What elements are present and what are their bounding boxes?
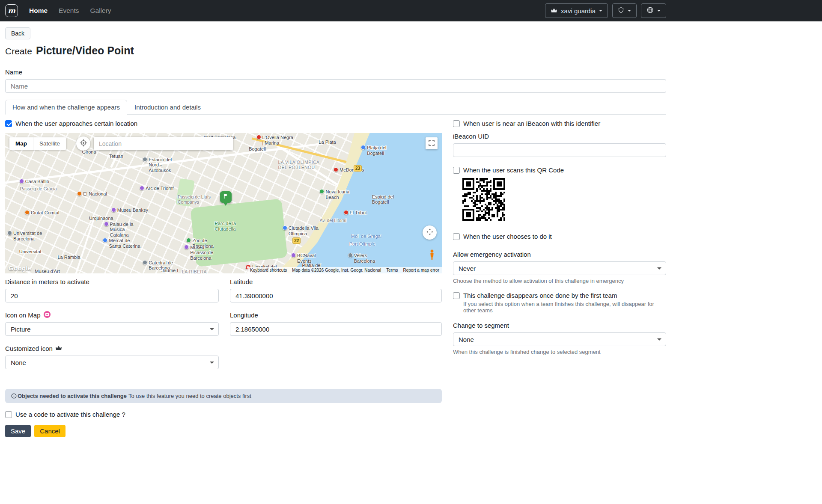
map-label: Arc de Triomf — [140, 186, 173, 191]
checkbox-box[interactable] — [453, 292, 460, 299]
map-label: 22 — [292, 237, 301, 244]
nav-link-gallery[interactable]: Gallery — [90, 7, 111, 15]
longitude-input[interactable] — [230, 322, 442, 336]
map-label: Av. del Litoral — [319, 218, 346, 223]
map-search-input[interactable] — [94, 137, 233, 150]
ibeacon-uid-input[interactable] — [453, 143, 666, 157]
map-label: Jaume I — [161, 268, 178, 273]
globe-icon — [646, 6, 654, 15]
map-label: Casa Batlló — [19, 179, 49, 184]
map-label: Platja del Bogatell — [361, 145, 399, 156]
map-label: Velers Barcelona — [348, 253, 386, 264]
distance-input[interactable] — [5, 289, 219, 302]
map-type-button-map[interactable]: Map — [9, 137, 33, 150]
brand-letter: m — [8, 7, 15, 15]
map-label: Ciutadella Vila Olímpica — [283, 225, 320, 236]
checkbox-box[interactable] — [453, 120, 460, 127]
user-menu-button[interactable]: xavi guardia — [545, 3, 608, 18]
map-label: Universitat — [19, 249, 42, 255]
map-label: El Nacional — [77, 191, 107, 197]
language-menu-button[interactable] — [641, 3, 666, 18]
map-type-button-satellite[interactable]: Satellite — [33, 137, 66, 150]
info-icon — [11, 393, 17, 399]
pan-button[interactable] — [423, 225, 437, 240]
user-name: xavi guardia — [561, 7, 596, 15]
emergency-activation-select[interactable]: Never — [453, 261, 666, 275]
map-data-text: Map data ©2026 Google, Inst. Geogr. Naci… — [289, 267, 384, 273]
chevron-down-icon — [657, 10, 661, 13]
icon-on-map-select[interactable]: Picture — [5, 322, 219, 336]
checkbox-box[interactable] — [5, 411, 12, 418]
fullscreen-button[interactable] — [426, 137, 438, 149]
crown-icon — [55, 345, 62, 352]
qr-code-image — [461, 176, 507, 222]
map-label: Moll de Gregal — [351, 234, 382, 239]
google-logo: Google — [9, 264, 31, 272]
map-canvas[interactable]: Wolf BarcelonaL'Ovella Negra | MarinaLa … — [5, 133, 442, 273]
checkbox-box[interactable] — [453, 233, 460, 240]
flag-icon — [223, 193, 229, 201]
chevron-down-icon — [628, 10, 631, 13]
tab-how-and-when[interactable]: How and when the challenge appears — [5, 100, 127, 115]
tab-bar: How and when the challenge appears Intro… — [5, 100, 666, 115]
pegman-icon[interactable] — [429, 249, 435, 262]
map-label: Tetuan — [109, 154, 123, 159]
map-label: La Rambla — [57, 255, 80, 260]
nav-link-home[interactable]: Home — [29, 7, 48, 15]
map-pin-picture-icon — [43, 311, 51, 320]
crown-icon — [551, 7, 557, 15]
report-map-error-link[interactable]: Report a map error — [401, 267, 442, 273]
map-type-control: Map Satellite — [9, 137, 66, 150]
checkbox-ibeacon[interactable]: When user is near an iBeacon with this i… — [453, 120, 666, 127]
map-attribution: Keyboard shortcuts Map data ©2026 Google… — [247, 267, 442, 273]
nav-link-events[interactable]: Events — [59, 7, 79, 15]
admin-menu-button[interactable] — [612, 3, 637, 18]
checkbox-box-checked[interactable] — [5, 120, 12, 127]
my-location-button[interactable] — [76, 136, 90, 151]
latitude-input[interactable] — [230, 289, 442, 302]
emergency-activation-label: Allow emergency activation — [453, 250, 666, 258]
chevron-down-icon — [599, 10, 602, 13]
segment-help-text: When this challenge is finished change t… — [453, 349, 666, 355]
shield-icon — [618, 6, 624, 15]
map-label: LA RIBERA — [182, 269, 207, 273]
map-label: Estació del Nord - Autobusos — [143, 157, 180, 173]
change-to-segment-select[interactable]: None — [453, 332, 666, 346]
map-label: BCNaval Events — [291, 253, 329, 264]
checkbox-use-code[interactable]: Use a code to activate this challenge ? — [5, 411, 442, 418]
brand-logo[interactable]: m — [5, 4, 18, 17]
name-input[interactable] — [5, 79, 666, 93]
challenge-location-marker[interactable] — [220, 191, 232, 203]
fullscreen-icon — [428, 139, 435, 148]
checkbox-qr-code[interactable]: When the user scans this QR Code — [453, 166, 666, 174]
checkbox-user-chooses[interactable]: When the user chooses to do it — [453, 233, 666, 240]
map-label: Universitat de Barcelona — [7, 231, 45, 241]
alert-body-text: To use this feature you need to create o… — [128, 393, 251, 399]
tab-introduction-details[interactable]: Introduction and details — [127, 100, 208, 115]
map-label: LA VILA OLÍMPICA DEL POBLENOU — [278, 160, 328, 170]
distance-label: Distance in meters to activate — [5, 278, 219, 285]
latitude-label: Latitude — [230, 278, 442, 285]
terms-link[interactable]: Terms — [384, 267, 400, 273]
map-label: L'Ovella Negra | Marina — [256, 135, 294, 145]
target-icon — [80, 139, 87, 148]
checkbox-approach-location[interactable]: When the user approaches certain locatio… — [5, 120, 442, 127]
map-label: Parc de la Ciutadella — [215, 221, 253, 231]
checkbox-disappears-first-team[interactable]: This challenge disappears once done by t… — [453, 292, 666, 299]
customized-icon-label: Customized icon — [5, 344, 219, 352]
map-label: La Plata — [319, 139, 336, 145]
keyboard-shortcuts-link[interactable]: Keyboard shortcuts — [247, 267, 289, 273]
name-label: Name — [5, 68, 666, 76]
map-label: Passeig de Gràcia — [20, 186, 57, 191]
map-label: Ciutat Comtal — [25, 210, 60, 216]
save-button[interactable]: Save — [5, 425, 31, 437]
alert-title-text: Objects needed to activate this challeng… — [18, 393, 127, 399]
map-label: Museu d'Art — [35, 269, 60, 273]
customized-icon-select[interactable]: None — [5, 356, 219, 369]
cancel-button[interactable]: Cancel — [34, 425, 66, 437]
checkbox-box[interactable] — [453, 167, 460, 174]
map-label: 23 — [354, 165, 362, 172]
icon-on-map-label: Icon on Map — [5, 311, 219, 319]
pan-arrows-icon — [426, 228, 434, 237]
back-button[interactable]: Back — [5, 27, 30, 39]
